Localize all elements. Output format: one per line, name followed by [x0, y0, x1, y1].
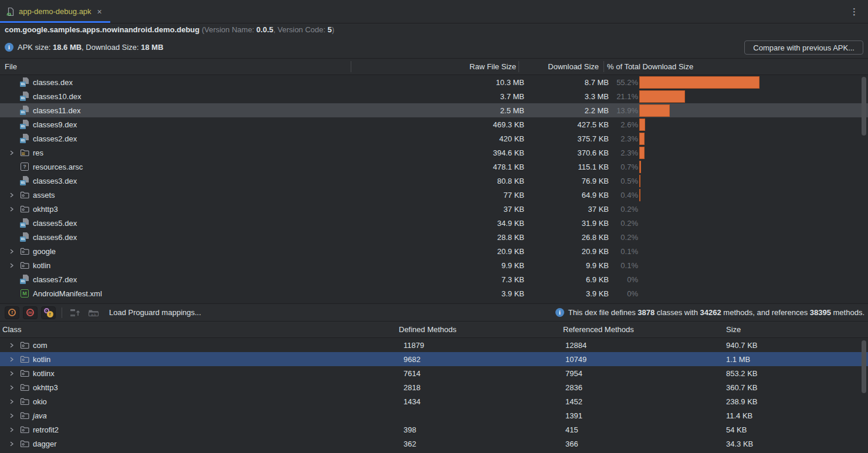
class-name: okio — [33, 397, 47, 406]
class-row[interactable]: kotlinx 7614 7954 853.2 KB — [0, 366, 868, 380]
chevron-right-icon[interactable] — [4, 343, 20, 348]
file-row[interactable]: ? resources.arsc 478.1 KB 115.1 KB 0.7% — [0, 160, 868, 174]
compare-apk-button[interactable]: Compare with previous APK... — [744, 40, 863, 55]
download-size: 37 KB — [524, 205, 609, 214]
file-name: classes6.dex — [33, 233, 77, 242]
pct-of-download: 0.1% — [609, 261, 638, 270]
file-row[interactable]: okhttp3 37 KB 37 KB 0.2% — [0, 202, 868, 216]
chevron-right-icon[interactable] — [4, 192, 20, 198]
class-size: 360.7 KB — [726, 383, 868, 392]
download-size: 3.3 MB — [524, 92, 609, 101]
file-table-header: File Raw File Size Download Size % of To… — [0, 59, 868, 75]
chevron-right-icon[interactable] — [4, 150, 20, 155]
file-row[interactable]: res 394.6 KB 370.6 KB 2.3% — [0, 146, 868, 160]
raw-file-size: 34.9 KB — [419, 219, 524, 228]
class-row[interactable]: com 11879 12884 940.7 KB — [0, 338, 868, 352]
file-name: classes3.dex — [33, 177, 77, 185]
file-table-scrollbar[interactable] — [862, 77, 866, 136]
download-pct-bar — [639, 161, 641, 173]
file-icon: 01 — [20, 120, 29, 129]
methods-icon: m — [26, 309, 34, 316]
class-size: 853.2 KB — [726, 369, 868, 378]
file-row[interactable]: 01 classes10.dex 3.7 MB 3.3 MB 21.1% — [0, 89, 868, 103]
chevron-right-icon[interactable] — [4, 357, 20, 362]
pct-of-download: 0.1% — [609, 247, 638, 256]
class-row[interactable]: okio 1434 1452 238.9 KB — [0, 394, 868, 408]
referenced-methods: 366 — [563, 440, 726, 448]
chevron-right-icon[interactable] — [4, 413, 20, 418]
show-methods-toggle[interactable]: m — [23, 306, 38, 319]
file-row[interactable]: 01 classes3.dex 80.8 KB 76.9 KB 0.5% — [0, 174, 868, 188]
expand-tree-icon[interactable] — [70, 308, 81, 317]
class-table-scrollbar[interactable] — [862, 340, 866, 393]
file-icon: 01 — [20, 92, 29, 101]
file-name: classes2.dex — [33, 134, 77, 143]
show-references-toggle[interactable]: r f — [41, 306, 56, 319]
referenced-methods: 2836 — [563, 383, 726, 392]
column-divider — [518, 61, 519, 72]
file-row[interactable]: 01 classes9.dex 469.3 KB 427.5 KB 2.6% — [0, 117, 868, 131]
column-header-download-size[interactable]: Download Size — [518, 62, 603, 71]
chevron-right-icon[interactable] — [4, 427, 20, 432]
chevron-right-icon[interactable] — [4, 263, 20, 268]
class-name: kotlinx — [33, 369, 55, 378]
kebab-menu-icon[interactable]: ⋮ — [850, 6, 859, 17]
chevron-right-icon[interactable] — [4, 399, 20, 404]
chevron-right-icon[interactable] — [4, 207, 20, 212]
load-proguard-link[interactable]: Load Proguard mappings... — [109, 308, 201, 317]
class-table-body: com 11879 12884 940.7 KB kotlin 9682 107… — [0, 338, 868, 451]
package-icon — [20, 369, 29, 378]
download-pct-bar — [639, 189, 640, 201]
raw-file-size: 3.9 KB — [419, 289, 524, 298]
file-row[interactable]: 01 classes6.dex 28.8 KB 26.8 KB 0.2% — [0, 230, 868, 244]
chevron-right-icon[interactable] — [4, 441, 20, 447]
download-size: 31.9 KB — [524, 219, 609, 228]
raw-file-size: 80.8 KB — [419, 177, 524, 185]
defined-methods: 1434 — [399, 397, 563, 406]
pct-of-download: 0% — [609, 289, 638, 298]
file-row[interactable]: kotlin 9.9 KB 9.9 KB 0.1% — [0, 258, 868, 272]
chevron-right-icon[interactable] — [4, 249, 20, 254]
file-name: resources.arsc — [33, 163, 83, 171]
version-code: 5 — [328, 25, 332, 34]
referenced-methods: 7954 — [563, 369, 726, 378]
column-header-defined-methods[interactable]: Defined Methods — [399, 325, 563, 334]
download-pct-bar — [639, 175, 640, 187]
file-row[interactable]: 01 classes.dex 10.3 MB 8.7 MB 55.2% — [0, 75, 868, 89]
raw-file-size: 7.3 KB — [419, 275, 524, 284]
chevron-right-icon[interactable] — [4, 385, 20, 390]
file-row[interactable]: google 20.9 KB 20.9 KB 0.1% — [0, 244, 868, 258]
tab-apk-file[interactable]: app-demo-debug.apk × — [0, 0, 110, 23]
chevron-right-icon[interactable] — [4, 371, 20, 376]
package-view-icon[interactable]: a.b — [88, 308, 99, 317]
download-size: 9.9 KB — [524, 261, 609, 270]
file-row[interactable]: 01 classes2.dex 420 KB 375.7 KB 2.3% — [0, 131, 868, 146]
column-header-pct[interactable]: % of Total Download Size — [603, 62, 868, 71]
class-row[interactable]: okhttp3 2818 2836 360.7 KB — [0, 380, 868, 394]
column-header-raw-size[interactable]: Raw File Size — [351, 62, 518, 71]
file-row[interactable]: assets 77 KB 64.9 KB 0.4% — [0, 188, 868, 202]
column-header-file[interactable]: File — [0, 62, 351, 71]
file-icon: 01 — [20, 77, 29, 87]
close-icon[interactable]: × — [97, 8, 102, 16]
pct-of-download: 2.3% — [609, 148, 638, 157]
info-icon: i — [555, 308, 564, 317]
column-header-class[interactable]: Class — [0, 325, 399, 334]
class-row[interactable]: kotlin 9682 10749 1.1 MB — [0, 352, 868, 366]
download-size: 427.5 KB — [524, 120, 609, 129]
file-name: AndroidManifest.xml — [33, 289, 102, 298]
class-row[interactable]: dagger 362 366 34.3 KB — [0, 437, 868, 451]
show-fields-toggle[interactable]: f — [5, 306, 19, 319]
download-size: 20.9 KB — [524, 247, 609, 256]
active-tab-indicator — [0, 21, 110, 23]
class-row[interactable]: java 1391 11.4 KB — [0, 408, 868, 422]
file-row[interactable]: M AndroidManifest.xml 3.9 KB 3.9 KB 0% — [0, 286, 868, 300]
class-row[interactable]: retrofit2 398 415 54 KB — [0, 422, 868, 437]
column-header-size[interactable]: Size — [726, 325, 868, 334]
file-row[interactable]: 01 classes11.dex 2.5 MB 2.2 MB 13.9% — [0, 103, 868, 117]
file-row[interactable]: 01 classes7.dex 7.3 KB 6.9 KB 0% — [0, 272, 868, 286]
class-size: 238.9 KB — [726, 397, 868, 406]
file-row[interactable]: 01 classes5.dex 34.9 KB 31.9 KB 0.2% — [0, 216, 868, 230]
class-size: 34.3 KB — [726, 440, 868, 448]
column-header-referenced-methods[interactable]: Referenced Methods — [563, 325, 726, 334]
